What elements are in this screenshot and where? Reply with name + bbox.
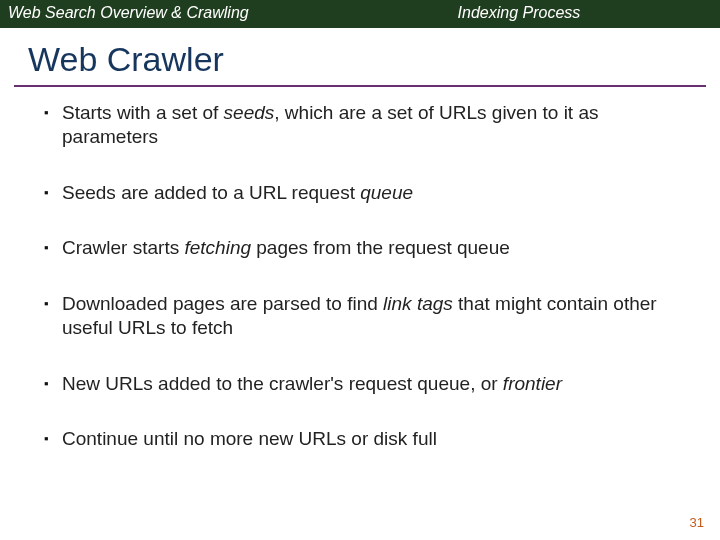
list-item: ▪ Crawler starts fetching pages from the… <box>44 236 682 260</box>
bullet-icon: ▪ <box>44 236 62 260</box>
bullet-icon: ▪ <box>44 101 62 149</box>
bullet-text: Continue until no more new URLs or disk … <box>62 427 682 451</box>
bullet-text: Seeds are added to a URL request queue <box>62 181 682 205</box>
slide-title: Web Crawler <box>0 28 720 85</box>
bullet-list: ▪ Starts with a set of seeds, which are … <box>0 97 720 451</box>
list-item: ▪ Downloaded pages are parsed to find li… <box>44 292 682 340</box>
bullet-icon: ▪ <box>44 181 62 205</box>
list-item: ▪ Starts with a set of seeds, which are … <box>44 101 682 149</box>
bullet-text: New URLs added to the crawler's request … <box>62 372 682 396</box>
slide: Web Search Overview & Crawling Indexing … <box>0 0 720 540</box>
bullet-icon: ▪ <box>44 427 62 451</box>
slide-header: Web Search Overview & Crawling Indexing … <box>0 0 720 28</box>
page-number: 31 <box>690 515 704 530</box>
bullet-text: Downloaded pages are parsed to find link… <box>62 292 682 340</box>
header-right: Indexing Process <box>418 0 720 28</box>
list-item: ▪ Seeds are added to a URL request queue <box>44 181 682 205</box>
list-item: ▪ New URLs added to the crawler's reques… <box>44 372 682 396</box>
bullet-text: Starts with a set of seeds, which are a … <box>62 101 682 149</box>
bullet-text: Crawler starts fetching pages from the r… <box>62 236 682 260</box>
bullet-icon: ▪ <box>44 292 62 340</box>
title-rule <box>14 85 706 87</box>
header-left: Web Search Overview & Crawling <box>0 0 418 28</box>
list-item: ▪ Continue until no more new URLs or dis… <box>44 427 682 451</box>
bullet-icon: ▪ <box>44 372 62 396</box>
